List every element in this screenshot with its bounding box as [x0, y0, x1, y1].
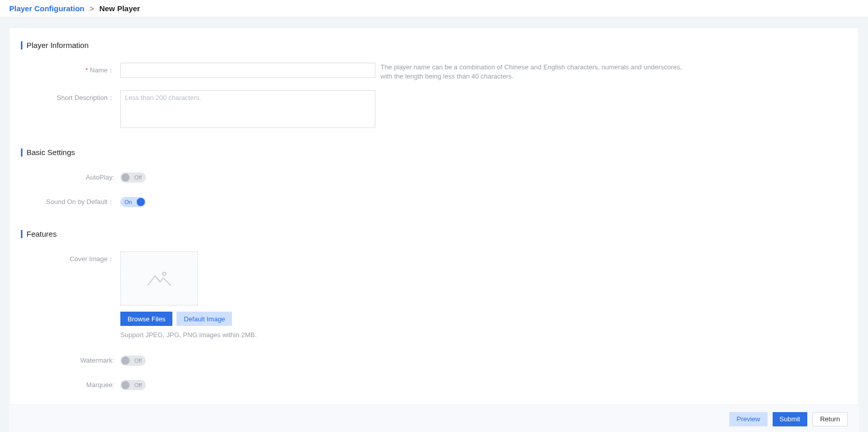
watermark-toggle-text: Off — [135, 358, 142, 364]
section-basic-settings: Basic Settings — [21, 148, 847, 157]
submit-button[interactable]: Submit — [773, 412, 807, 426]
section-player-information: Player Information — [21, 41, 847, 49]
toggle-knob — [137, 198, 145, 206]
footer-action-bar: Preview Submit Return — [9, 404, 859, 432]
preview-button[interactable]: Preview — [729, 412, 767, 426]
cover-image-hint: Support JPEG, JPG, PNG images within 2MB… — [120, 331, 257, 339]
return-button[interactable]: Return — [812, 412, 848, 426]
config-card: Player Information *Name： The player nam… — [9, 28, 859, 423]
sound-default-toggle[interactable]: On — [120, 197, 146, 207]
name-hint: The player name can be a combination of … — [380, 63, 692, 81]
watermark-label: Watermark: — [21, 353, 120, 368]
browse-files-button[interactable]: Browse Files — [120, 312, 172, 326]
watermark-toggle[interactable]: Off — [120, 355, 146, 366]
marquee-label: Marquee: — [21, 377, 120, 393]
cover-image-dropzone[interactable] — [120, 251, 198, 306]
autoplay-toggle[interactable]: Off — [120, 172, 146, 183]
description-textarea[interactable] — [120, 90, 375, 128]
autoplay-label: AutoPlay: — [21, 170, 120, 185]
name-label: *Name： — [21, 63, 120, 78]
marquee-toggle-text: Off — [135, 382, 142, 388]
toggle-knob — [121, 381, 130, 389]
cover-image-label: Cover Image： — [21, 251, 120, 267]
svg-point-0 — [163, 272, 166, 275]
breadcrumb-separator: > — [90, 4, 94, 13]
toggle-knob — [121, 357, 130, 365]
breadcrumb-parent[interactable]: Player Configuration — [9, 4, 85, 13]
section-features: Features — [21, 230, 847, 238]
breadcrumb-current: New Player — [99, 4, 140, 13]
default-image-button[interactable]: Default Image — [176, 312, 232, 326]
marquee-toggle[interactable]: Off — [120, 380, 146, 390]
toggle-knob — [121, 173, 130, 182]
autoplay-toggle-text: Off — [135, 174, 142, 181]
sound-default-label: Sound On by Default： — [21, 194, 120, 210]
name-input[interactable] — [120, 63, 375, 78]
image-placeholder-icon — [147, 270, 171, 287]
breadcrumb: Player Configuration > New Player — [0, 0, 868, 17]
sound-toggle-text: On — [124, 199, 132, 205]
description-label: Short Description： — [21, 90, 120, 106]
